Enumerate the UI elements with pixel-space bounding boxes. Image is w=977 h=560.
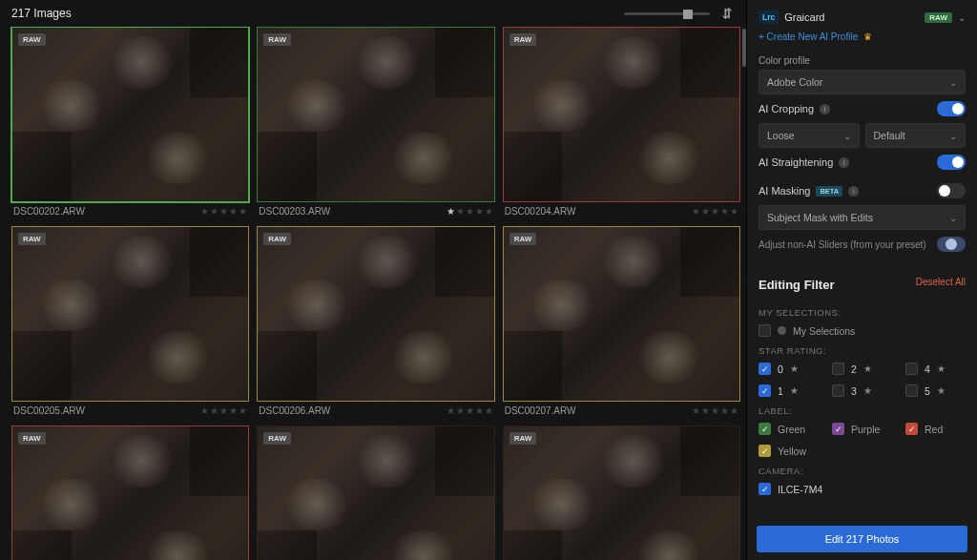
thumbnail[interactable]: RAWDSC00207.ARW★★★★★ bbox=[503, 226, 740, 418]
profile-select[interactable]: Lrc Graicard RAW ⌄ bbox=[759, 8, 966, 30]
raw-badge: RAW bbox=[18, 432, 46, 445]
label-green[interactable]: ✓Green bbox=[759, 420, 819, 438]
my-selections-row[interactable]: My Selections bbox=[759, 321, 966, 340]
raw-badge: RAW bbox=[263, 432, 291, 445]
raw-badge: RAW bbox=[18, 233, 46, 245]
star-icon: ★ bbox=[863, 363, 872, 374]
thumb-filename: DSC00205.ARW bbox=[13, 405, 85, 416]
rating-stars[interactable]: ★★★★★ bbox=[692, 206, 738, 217]
thumbnail-grid: RAWDSC00202.ARW★★★★★RAWDSC00203.ARW★★★★★… bbox=[11, 27, 740, 560]
deselect-all-link[interactable]: Deselect All bbox=[916, 277, 966, 287]
checkbox[interactable] bbox=[905, 363, 918, 375]
edit-photos-button[interactable]: Edit 217 Photos bbox=[757, 526, 967, 552]
ai-straightening-toggle[interactable] bbox=[937, 155, 966, 170]
info-icon[interactable]: i bbox=[839, 157, 849, 168]
crop-mode-select[interactable]: Loose⌄ bbox=[759, 123, 860, 148]
checkbox[interactable]: ✓ bbox=[759, 445, 771, 457]
dot-icon bbox=[778, 326, 786, 335]
checkbox[interactable] bbox=[832, 363, 844, 375]
crop-default-select[interactable]: Default⌄ bbox=[865, 123, 967, 148]
star-filter-2[interactable]: 2★ bbox=[832, 360, 892, 378]
color-profile-value: Adobe Color bbox=[767, 76, 822, 88]
info-icon[interactable]: i bbox=[820, 104, 830, 114]
star-filter-3[interactable]: 3★ bbox=[832, 382, 892, 400]
thumbnail[interactable]: RAWDSC00203.ARW★★★★★ bbox=[257, 27, 494, 218]
star-filter-5[interactable]: 5★ bbox=[905, 382, 966, 400]
crown-icon: ♛ bbox=[863, 31, 872, 42]
star-icon: ★ bbox=[790, 385, 799, 396]
thumbnail[interactable]: RAW bbox=[257, 425, 494, 560]
chevron-down-icon: ⌄ bbox=[949, 131, 957, 141]
label-purple[interactable]: ✓Purple bbox=[832, 420, 892, 438]
side-panel: Lrc Graicard RAW ⌄ + Create New AI Profi… bbox=[746, 0, 977, 560]
raw-pill: RAW bbox=[925, 12, 952, 23]
raw-badge: RAW bbox=[509, 233, 537, 245]
checkbox[interactable]: ✓ bbox=[759, 384, 771, 397]
label-heading: LABEL: bbox=[759, 400, 966, 420]
raw-badge: RAW bbox=[263, 233, 291, 245]
checkbox[interactable] bbox=[832, 384, 844, 397]
star-filter-1[interactable]: ✓1★ bbox=[759, 382, 819, 400]
label-yellow[interactable]: ✓Yellow bbox=[759, 442, 819, 460]
raw-badge: RAW bbox=[509, 33, 537, 46]
adjust-sliders-toggle[interactable] bbox=[937, 237, 966, 252]
ai-cropping-label: AI Cropping bbox=[759, 103, 814, 114]
camera-row[interactable]: ✓ILCE-7M4 bbox=[759, 480, 966, 498]
zoom-slider[interactable] bbox=[624, 12, 710, 15]
sort-icon[interactable] bbox=[721, 7, 735, 20]
scrollbar[interactable] bbox=[742, 29, 746, 67]
checkbox[interactable] bbox=[759, 324, 771, 337]
rating-stars[interactable]: ★★★★★ bbox=[692, 405, 738, 416]
mask-select[interactable]: Subject Mask with Edits⌄ bbox=[759, 205, 966, 230]
checkbox[interactable]: ✓ bbox=[905, 423, 918, 435]
thumbnail[interactable]: RAW bbox=[503, 425, 740, 560]
checkbox[interactable] bbox=[905, 384, 918, 397]
color-profile-select[interactable]: Adobe Color ⌄ bbox=[759, 70, 966, 94]
chevron-down-icon: ⌄ bbox=[949, 213, 957, 223]
ai-masking-toggle[interactable] bbox=[937, 183, 966, 198]
label-red[interactable]: ✓Red bbox=[905, 420, 966, 438]
thumbnail[interactable]: RAWDSC00205.ARW★★★★★ bbox=[11, 226, 249, 418]
thumb-filename: DSC00203.ARW bbox=[259, 206, 330, 217]
topbar: 217 Images bbox=[0, 0, 746, 27]
raw-badge: RAW bbox=[509, 432, 537, 445]
chevron-down-icon: ⌄ bbox=[958, 12, 966, 23]
create-ai-profile-link[interactable]: + Create New AI Profile bbox=[759, 31, 858, 42]
thumbnail[interactable]: RAWDSC00204.ARW★★★★★ bbox=[503, 27, 740, 218]
thumbnail[interactable]: RAWDSC00206.ARW★★★★★ bbox=[257, 226, 494, 418]
star-icon: ★ bbox=[937, 363, 946, 374]
rating-stars[interactable]: ★★★★★ bbox=[200, 206, 247, 217]
beta-badge: BETA bbox=[816, 186, 842, 197]
editing-filter-title: Editing Filter bbox=[759, 268, 834, 296]
raw-badge: RAW bbox=[263, 33, 291, 46]
star-filter-0[interactable]: ✓0★ bbox=[759, 360, 819, 378]
thumb-filename: DSC00207.ARW bbox=[505, 405, 576, 416]
checkbox[interactable]: ✓ bbox=[759, 483, 771, 495]
my-selections-label: My Selections bbox=[793, 325, 855, 337]
checkbox[interactable]: ✓ bbox=[832, 423, 844, 435]
adjust-sliders-label: Adjust non-AI Sliders (from your preset) bbox=[759, 239, 926, 250]
thumb-filename: DSC00206.ARW bbox=[259, 405, 330, 416]
color-profile-label: Color profile bbox=[759, 50, 966, 70]
raw-badge: RAW bbox=[18, 33, 46, 46]
rating-stars[interactable]: ★★★★★ bbox=[447, 405, 493, 416]
lrc-badge: Lrc bbox=[759, 10, 779, 24]
my-selections-heading: MY SELECTIONS: bbox=[759, 301, 966, 321]
star-filter-4[interactable]: 4★ bbox=[905, 360, 966, 378]
checkbox[interactable]: ✓ bbox=[759, 363, 771, 375]
chevron-down-icon: ⌄ bbox=[843, 131, 851, 141]
rating-stars[interactable]: ★★★★★ bbox=[200, 405, 247, 416]
info-icon[interactable]: i bbox=[848, 186, 859, 197]
thumbnail[interactable]: RAWDSC00202.ARW★★★★★ bbox=[11, 27, 249, 218]
star-icon: ★ bbox=[937, 385, 946, 396]
ai-cropping-toggle[interactable] bbox=[937, 101, 966, 116]
star-rating-heading: STAR RATING: bbox=[759, 340, 966, 360]
image-count: 217 Images bbox=[11, 7, 72, 20]
star-icon: ★ bbox=[863, 385, 872, 396]
profile-name: Graicard bbox=[784, 11, 919, 23]
rating-stars[interactable]: ★★★★★ bbox=[447, 206, 493, 217]
thumbnail[interactable]: RAW bbox=[11, 425, 249, 560]
checkbox[interactable]: ✓ bbox=[759, 423, 771, 435]
thumb-filename: DSC00202.ARW bbox=[13, 206, 85, 217]
camera-heading: CAMERA: bbox=[759, 460, 966, 480]
